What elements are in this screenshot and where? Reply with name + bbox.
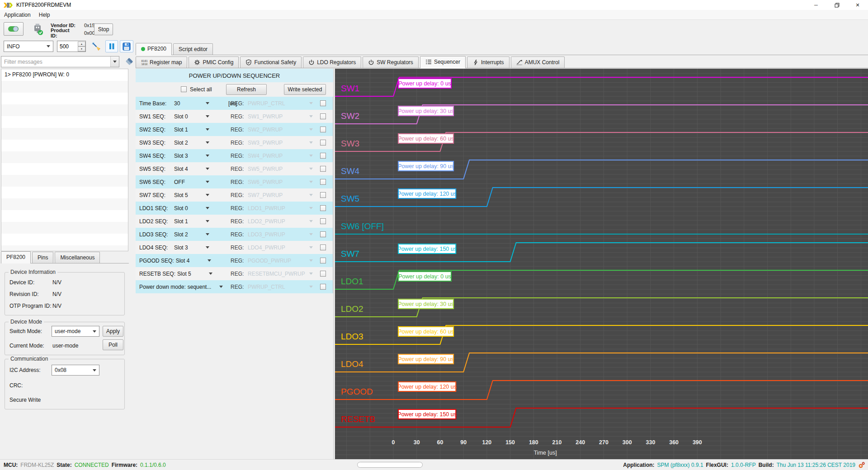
row-select-checkbox[interactable] [320,205,326,211]
row-label: SW5 SEQ: [139,166,174,172]
row-register-name: SW6_PWRUP [248,179,283,185]
switch-mode-dropdown[interactable]: user-mode [52,326,99,337]
row-select-checkbox[interactable] [320,192,326,198]
row-value: Slot 0 [174,205,188,212]
row-select-checkbox[interactable] [320,218,326,224]
shield-icon [245,59,252,66]
row-value: Slot 3 [174,153,188,159]
erase-filter-button[interactable] [125,57,134,67]
tab-script-editor[interactable]: Script editor [173,43,213,55]
log-message-list[interactable]: 1> PF8200 [PWRON] W: 0 [1,69,128,251]
signal-label: SW1 [341,84,359,93]
row-value-dropdown[interactable]: Slot 5 [177,271,216,277]
log-level-dropdown[interactable]: INFO [4,41,53,52]
close-button[interactable]: ✕ [847,0,868,10]
poll-button[interactable]: Poll [103,339,123,350]
row-value-dropdown[interactable]: Slot 5 [174,192,213,198]
menu-help[interactable]: Help [35,10,54,19]
subtab-ldo-regulators[interactable]: LDO Regulators [303,56,361,68]
row-value-dropdown[interactable]: Slot 3 [174,153,213,159]
device-tab-pf8200[interactable]: PF8200 [1,251,31,263]
row-value-dropdown[interactable]: Slot 3 [174,244,213,251]
spinner-down-button[interactable]: ▼ [78,47,85,52]
x-tick-label: 360 [669,439,679,446]
refresh-button[interactable]: Refresh [226,84,267,95]
row-value-dropdown[interactable]: sequent... [188,284,226,290]
row-select-checkbox[interactable] [320,244,326,250]
connection-toggle-button[interactable] [4,22,24,36]
row-value-dropdown[interactable]: 30 [174,100,213,107]
row-select-checkbox[interactable] [320,231,326,237]
row-select-checkbox[interactable] [320,271,326,277]
reg-label: REG: [231,140,244,146]
sequencer-row-ldo3-seq: LDO3 SEQ:Slot 2REG:LDO3_PWRUP [136,228,333,241]
main-tab-bar: PF8200Script editor [136,42,868,55]
subtab-amux-control[interactable]: AMUX Control [511,56,565,68]
select-all-label: Select all [190,86,212,93]
clear-log-button[interactable] [90,40,103,52]
row-select-checkbox[interactable] [320,284,326,290]
subtab-register-map[interactable]: 01011010Register map [136,56,187,68]
row-value-dropdown[interactable]: OFF [174,179,213,185]
row-value-dropdown[interactable]: Slot 4 [176,258,215,264]
toggle-on-icon [8,25,19,33]
otp-program-id-label: OTP Program ID: [9,303,52,309]
i2c-address-dropdown[interactable]: 0x08 [52,365,99,376]
write-selected-button[interactable]: Write selected [284,84,326,95]
tab-pf8200[interactable]: PF8200 [136,43,172,55]
row-register-name: PWRUP_CTRL [248,100,285,107]
subtab-sw-regulators[interactable]: SW Regulators [363,56,419,68]
filter-messages-input[interactable] [1,59,110,65]
chevron-down-icon [206,207,209,209]
row-select-checkbox[interactable] [320,258,326,263]
minimize-button[interactable]: ─ [806,0,826,10]
row-value-dropdown[interactable]: Slot 4 [174,166,213,172]
device-tab-miscellaneous[interactable]: Miscellaneous [55,252,100,263]
delay-annotation-text: Power up delay: 60 us [398,329,454,335]
message-count-input[interactable] [57,43,77,50]
spinner-up-button[interactable]: ▲ [78,42,85,47]
x-tick-label: 0 [392,439,395,446]
chevron-down-icon [93,369,96,371]
pause-log-button[interactable] [105,40,118,52]
tab-label: PF8200 [6,254,25,260]
row-value-dropdown[interactable]: Slot 2 [174,140,213,146]
device-tab-pins[interactable]: Pins [32,252,53,263]
row-select-checkbox[interactable] [320,127,326,132]
menu-application[interactable]: Application [0,10,35,19]
row-select-checkbox[interactable] [320,100,326,106]
apply-button[interactable]: Apply [103,326,123,337]
row-value-dropdown[interactable]: Slot 0 [174,113,213,120]
filter-dropdown-button[interactable] [110,56,119,67]
subtab-sequencer[interactable]: Sequencer [420,56,466,68]
device-id-label: Device ID: [9,279,52,286]
window-title: KITPF8200FRDMEVM [16,2,71,8]
stop-button[interactable]: Stop [94,24,113,35]
row-value-dropdown[interactable]: Slot 0 [174,205,213,212]
row-value-dropdown[interactable]: Slot 1 [174,127,213,133]
subtab-pmic-config[interactable]: PMIC Config [189,56,239,68]
x-tick-label: 300 [623,439,632,446]
row-select-checkbox[interactable] [320,153,326,159]
row-select-checkbox[interactable] [320,113,326,119]
chevron-down-icon [206,220,209,222]
tab-label: Pins [38,254,48,261]
save-log-button[interactable] [120,40,133,52]
revision-id-value: N/V [52,291,61,297]
row-value-dropdown[interactable]: Slot 1 [174,218,213,225]
progress-bar [357,462,423,468]
status-segment: FRDM-KL25Z [20,462,54,468]
row-select-checkbox[interactable] [320,179,326,185]
row-select-checkbox[interactable] [320,166,326,172]
row-register-name: PWRUP_CTRL [248,284,285,290]
device-tab-bar: PF8200PinsMiscellaneous [1,252,129,263]
select-all-checkbox[interactable] [181,86,187,92]
row-select-checkbox[interactable] [320,140,326,146]
message-count-spinner[interactable]: ▲ ▼ [57,41,86,52]
restore-button[interactable] [826,0,847,10]
power-icon [308,59,315,66]
subtab-functional-safety[interactable]: Functional Safety [240,56,302,68]
subtab-interrupts[interactable]: Interrupts [467,56,509,68]
row-value-dropdown[interactable]: Slot 2 [174,231,213,238]
row-label: SW3 SEQ: [139,140,174,146]
